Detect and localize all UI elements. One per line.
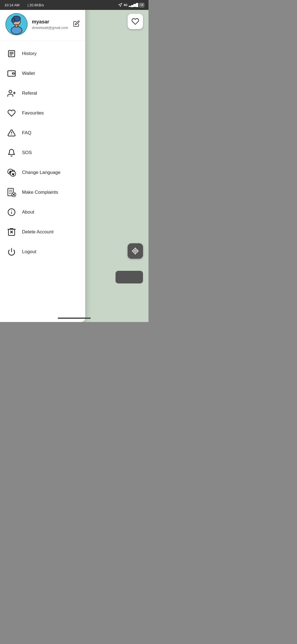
menu-item-referal[interactable]: Referal: [0, 83, 85, 103]
svg-point-21: [134, 250, 136, 252]
about-icon: [7, 207, 16, 217]
menu-item-logout[interactable]: Logout: [0, 242, 85, 262]
wallet-icon: [7, 69, 16, 78]
home-indicator: [58, 318, 91, 319]
svg-point-27: [12, 18, 15, 23]
status-icons: 4G ▂▄▆█ 58: [118, 3, 144, 7]
navigation-drawer: myasar dmeetwait@gmail.com History: [0, 0, 85, 322]
referal-label: Referal: [22, 91, 37, 96]
sos-icon: [7, 148, 16, 158]
wallet-label: Wallet: [22, 71, 35, 76]
logout-icon: [7, 247, 16, 257]
profile-info: myasar dmeetwait@gmail.com: [32, 19, 69, 30]
profile-email: dmeetwait@gmail.com: [32, 26, 69, 30]
favorites-map-button[interactable]: [128, 14, 143, 29]
menu-item-change-language[interactable]: A অ Change Language: [0, 163, 85, 182]
menu-item-favourites[interactable]: Favourites: [0, 103, 85, 123]
edit-profile-button[interactable]: [73, 20, 80, 28]
map-bottom-bar: [116, 271, 143, 283]
map-ui: [94, 0, 148, 322]
avatar: [6, 13, 28, 35]
menu-item-wallet[interactable]: Wallet: [0, 64, 85, 83]
svg-rect-29: [15, 25, 18, 27]
status-time-speed: 10:14 AM: [4, 3, 20, 7]
battery-indicator: 58: [139, 3, 144, 7]
svg-point-35: [9, 90, 12, 93]
menu-item-delete-account[interactable]: Delete Account: [0, 222, 85, 242]
history-label: History: [22, 51, 37, 56]
profile-name: myasar: [32, 19, 69, 25]
sos-label: SOS: [22, 150, 32, 155]
complaints-icon: [7, 187, 16, 197]
history-icon: [7, 49, 16, 59]
menu-item-history[interactable]: History: [0, 44, 85, 64]
delete-account-label: Delete Account: [22, 229, 53, 235]
make-complaints-label: Make Complaints: [22, 190, 58, 195]
svg-marker-23: [119, 3, 122, 7]
favourites-label: Favourites: [22, 110, 44, 116]
change-language-icon: A অ: [7, 168, 16, 178]
location-map-button[interactable]: [128, 243, 143, 259]
menu-list: History Wallet Referal: [0, 41, 85, 322]
about-label: About: [22, 209, 34, 215]
menu-item-about[interactable]: About: [0, 202, 85, 222]
faq-icon: [7, 128, 16, 138]
svg-point-28: [11, 26, 22, 34]
status-bar: 10:14 AM | 20.6KB/s 4G ▂▄▆█ 58: [0, 0, 148, 10]
favourites-icon: [7, 108, 16, 118]
svg-point-22: [133, 249, 138, 253]
menu-item-sos[interactable]: SOS: [0, 143, 85, 163]
delete-account-icon: [7, 227, 16, 237]
menu-item-make-complaints[interactable]: Make Complaints: [0, 182, 85, 202]
change-language-label: Change Language: [22, 170, 61, 175]
status-speed: | 20.6KB/s: [28, 3, 44, 7]
menu-item-faq[interactable]: FAQ: [0, 123, 85, 143]
logout-label: Logout: [22, 249, 36, 255]
referal-icon: [7, 88, 16, 98]
faq-label: FAQ: [22, 130, 31, 136]
